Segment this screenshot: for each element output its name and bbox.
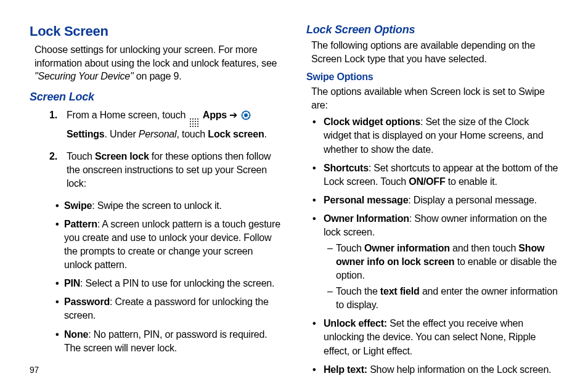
intro-text-1: Choose settings for unlocking your scree… [35,44,277,68]
bullet-shortcuts: Shortcuts: Set shortcuts to appear at th… [311,161,558,189]
step1-pre: From a Home screen, touch [67,110,189,120]
right-column: Lock Screen Options The following option… [306,23,558,382]
option-none-label: None [64,329,88,340]
bullet-pmsg-desc: : Display a personal message. [408,195,537,205]
bullet-shortcuts-desc2: to enable it. [445,176,497,187]
lock-type-options: Swipe: Swipe the screen to unlock it. Pa… [55,199,282,355]
step2-pre: Touch [67,151,95,161]
option-none-desc: : No pattern, PIN, or password is requir… [64,329,267,353]
owner-s1-pre: Touch [336,243,364,253]
option-pin-desc: : Select a PIN to use for unlocking the … [80,278,274,288]
bullet-clock-widget: Clock widget options: Set the size of th… [311,115,558,156]
bullet-personal-message: Personal message: Display a personal mes… [311,194,558,207]
option-swipe: Swipe: Swipe the screen to unlock it. [55,199,282,213]
owner-s2-pre: Touch the [336,286,380,296]
owner-s2-b: text field [380,286,420,296]
bullet-owner-info: Owner Information: Show owner informatio… [311,212,558,312]
option-pattern: Pattern: A screen unlock pattern is a to… [55,218,282,272]
bullet-help-desc: Show help information on the Lock screen… [367,364,551,375]
step-2: 2. Touch Screen lock for these options t… [49,150,282,190]
arrow: ➔ [227,110,240,120]
svg-point-1 [244,113,248,117]
page-number: 97 [30,365,39,375]
step1-personal: Personal [139,129,177,139]
bullet-unlock-label: Unlock effect: [324,318,387,329]
options-intro: The following options are available depe… [311,39,558,65]
option-none: None: No pattern, PIN, or password is re… [55,328,282,355]
owner-sublist: Touch Owner information and then touch S… [327,242,558,312]
step1-post1: . Under [105,129,139,139]
owner-s1-b1: Owner information [364,243,450,253]
swipe-intro: The options available when Screen lock i… [311,85,558,112]
option-password: Password: Create a password for unlockin… [55,295,282,322]
bullet-help-text: Help text: Show help information on the … [311,363,558,377]
left-column: Lock Screen Choose settings for unlockin… [30,23,282,382]
settings-icon [241,110,251,120]
option-password-label: Password [64,296,110,307]
owner-s1-mid: and then touch [450,243,519,253]
bullet-shortcuts-onoff: ON/OFF [409,176,445,187]
heading-lock-screen: Lock Screen [30,23,282,39]
bullet-clock-label: Clock widget options [324,116,420,127]
option-swipe-label: Swipe [64,200,92,211]
step-number: 2. [49,150,57,163]
intro-ref: "Securing Your Device" [35,71,134,81]
intro-text-2: on page 9. [134,71,182,81]
step1-post2: , touch [176,129,208,139]
owner-sub-2: Touch the text field and enter the owner… [327,285,558,312]
step-1: 1. From a Home screen, touch Apps ➔ Sett… [49,108,282,141]
two-column-layout: Lock Screen Choose settings for unlockin… [30,23,558,382]
bullet-pmsg-label: Personal message [324,195,408,205]
screen-lock-steps: 1. From a Home screen, touch Apps ➔ Sett… [49,108,282,190]
option-swipe-desc: : Swipe the screen to unlock it. [92,200,222,211]
owner-sub-1: Touch Owner information and then touch S… [327,242,558,282]
bullet-unlock-effect: Unlock effect: Set the effect you receiv… [311,317,558,357]
bullet-help-label: Help text: [324,364,367,375]
step1-apps: Apps [203,110,227,120]
intro-paragraph: Choose settings for unlocking your scree… [35,43,282,83]
swipe-options-list: Clock widget options: Set the size of th… [311,115,558,376]
heading-lock-screen-options: Lock Screen Options [306,23,558,36]
bullet-shortcuts-label: Shortcuts [324,163,369,173]
heading-screen-lock: Screen Lock [30,91,282,104]
option-pin-label: PIN [64,278,80,288]
bullet-owner-label: Owner Information [324,213,409,224]
step2-screenlock: Screen lock [95,151,149,161]
option-pattern-label: Pattern [64,219,97,229]
step1-lockscreen: Lock screen [208,129,264,139]
step1-end: . [264,129,267,139]
heading-swipe-options: Swipe Options [306,71,558,83]
step-number: 1. [49,108,57,122]
option-pin: PIN: Select a PIN to use for unlocking t… [55,277,282,290]
step1-settings: Settings [67,129,105,139]
apps-icon [190,118,199,128]
